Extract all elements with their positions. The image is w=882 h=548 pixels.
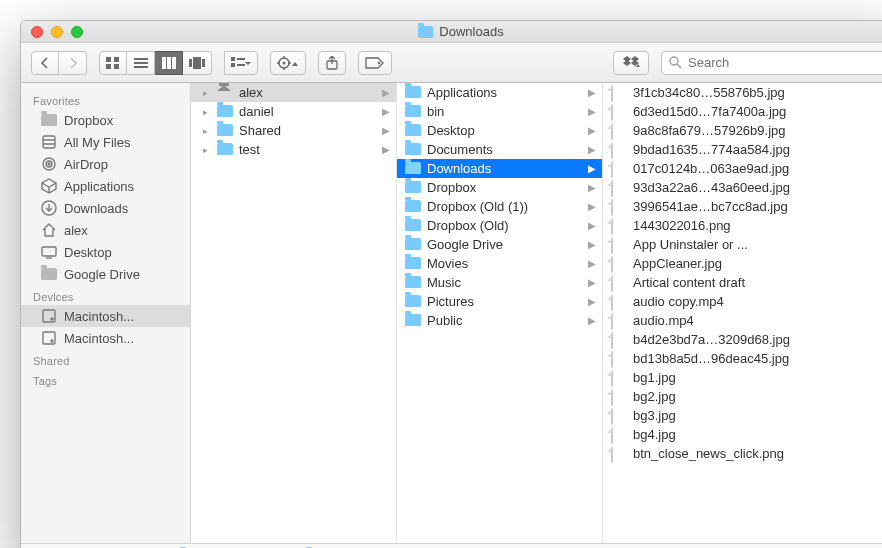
folder-row[interactable]: Public▶ <box>397 311 602 330</box>
file-row[interactable]: 93d3a22a6…43a60eed.jpg <box>603 178 882 197</box>
folder-icon <box>217 143 233 156</box>
file-row[interactable]: audio.mp4 <box>603 311 882 330</box>
file-row[interactable]: 9a8c8fa679…57926b9.jpg <box>603 121 882 140</box>
content: FavoritesDropboxAll My FilesAirDropAppli… <box>21 83 882 543</box>
row-label: App Uninstaler or ... <box>633 237 748 252</box>
sidebar-item[interactable]: Macintosh... <box>21 305 190 327</box>
svg-rect-31 <box>43 136 55 148</box>
file-icon <box>611 162 627 175</box>
folder-row[interactable]: ▸alex▶ <box>191 83 396 102</box>
file-icon <box>611 333 627 346</box>
sidebar-item[interactable]: All My Files <box>21 131 190 153</box>
folder-row[interactable]: Dropbox (Old)▶ <box>397 216 602 235</box>
row-label: 6d3ed15d0…7fa7400a.jpg <box>633 104 786 119</box>
sidebar-item[interactable]: Google Drive <box>21 263 190 285</box>
sidebar: FavoritesDropboxAll My FilesAirDropAppli… <box>21 83 191 543</box>
window-controls <box>21 26 83 38</box>
file-row[interactable]: 017c0124b…063ae9ad.jpg <box>603 159 882 178</box>
sidebar-item[interactable]: Dropbox <box>21 109 190 131</box>
column: ▸alex▶▸daniel▶▸Shared▶▸test▶ <box>191 83 397 543</box>
column-browser: ▸alex▶▸daniel▶▸Shared▶▸test▶Applications… <box>191 83 882 543</box>
file-icon <box>611 105 627 118</box>
file-row[interactable]: bd13b8a5d…96deac45.jpg <box>603 349 882 368</box>
file-row[interactable]: 3996541ae…bc7cc8ad.jpg <box>603 197 882 216</box>
minimize-window-button[interactable] <box>51 26 63 38</box>
row-label: Desktop <box>427 123 475 138</box>
file-row[interactable]: 9bdad1635…774aa584.jpg <box>603 140 882 159</box>
folder-row[interactable]: ▸test▶ <box>191 140 396 159</box>
list-view-button[interactable] <box>127 51 155 75</box>
arrange-button[interactable] <box>224 51 258 75</box>
row-label: Documents <box>427 142 493 157</box>
sidebar-heading: Shared <box>21 349 190 369</box>
sidebar-item[interactable]: Desktop <box>21 241 190 263</box>
dropbox-button[interactable] <box>613 51 649 75</box>
folder-row[interactable]: ▸daniel▶ <box>191 102 396 121</box>
chevron-right-icon: ▶ <box>588 106 596 117</box>
file-row[interactable]: bg4.jpg <box>603 425 882 444</box>
file-row[interactable]: 6d3ed15d0…7fa7400a.jpg <box>603 102 882 121</box>
back-button[interactable] <box>31 51 59 75</box>
folder-icon <box>217 86 233 99</box>
chevron-right-icon: ▶ <box>588 220 596 231</box>
folder-row[interactable]: Dropbox▶ <box>397 178 602 197</box>
file-row[interactable]: App Uninstaler or ... <box>603 235 882 254</box>
search-input[interactable] <box>661 51 882 75</box>
row-label: b4d2e3bd7a…3209d68.jpg <box>633 332 790 347</box>
row-label: Dropbox (Old) <box>427 218 509 233</box>
forward-button[interactable] <box>59 51 87 75</box>
download-icon <box>41 200 57 216</box>
file-icon <box>611 428 627 441</box>
sidebar-item[interactable]: Macintosh... <box>21 327 190 349</box>
svg-point-18 <box>283 61 286 64</box>
sidebar-item[interactable]: AirDrop <box>21 153 190 175</box>
folder-row[interactable]: bin▶ <box>397 102 602 121</box>
file-row[interactable]: bg3.jpg <box>603 406 882 425</box>
folder-row[interactable]: Documents▶ <box>397 140 602 159</box>
column: Applications▶bin▶Desktop▶Documents▶Downl… <box>397 83 603 543</box>
sidebar-item[interactable]: Downloads <box>21 197 190 219</box>
zoom-window-button[interactable] <box>71 26 83 38</box>
folder-row[interactable]: Google Drive▶ <box>397 235 602 254</box>
coverflow-view-button[interactable] <box>183 51 212 75</box>
folder-row[interactable]: Applications▶ <box>397 83 602 102</box>
column-view-button[interactable] <box>155 51 183 75</box>
tags-button[interactable] <box>358 51 392 75</box>
file-row[interactable]: AppCleaner.jpg <box>603 254 882 273</box>
file-icon <box>611 143 627 156</box>
svg-rect-1 <box>114 57 119 62</box>
file-row[interactable]: 1443022016.png <box>603 216 882 235</box>
folder-row[interactable]: Dropbox (Old (1))▶ <box>397 197 602 216</box>
folder-row[interactable]: Music▶ <box>397 273 602 292</box>
column: 3f1cb34c80…55876b5.jpg6d3ed15d0…7fa7400a… <box>603 83 882 543</box>
svg-rect-38 <box>42 247 56 256</box>
file-row[interactable]: Artical content draft <box>603 273 882 292</box>
disclosure-icon: ▸ <box>199 107 211 117</box>
folder-row[interactable]: Movies▶ <box>397 254 602 273</box>
file-row[interactable]: audio copy.mp4 <box>603 292 882 311</box>
row-label: Dropbox (Old (1)) <box>427 199 528 214</box>
chevron-right-icon: ▶ <box>588 87 596 98</box>
file-row[interactable]: b4d2e3bd7a…3209d68.jpg <box>603 330 882 349</box>
sidebar-item[interactable]: Applications <box>21 175 190 197</box>
folder-row[interactable]: Desktop▶ <box>397 121 602 140</box>
icon-view-button[interactable] <box>99 51 127 75</box>
row-label: 9bdad1635…774aa584.jpg <box>633 142 790 157</box>
folder-icon <box>41 112 57 128</box>
svg-rect-2 <box>106 64 111 69</box>
file-row[interactable]: bg1.jpg <box>603 368 882 387</box>
share-button[interactable] <box>318 51 346 75</box>
svg-rect-4 <box>134 58 148 60</box>
file-row[interactable]: btn_close_news_click.png <box>603 444 882 463</box>
close-window-button[interactable] <box>31 26 43 38</box>
file-row[interactable]: bg2.jpg <box>603 387 882 406</box>
file-icon <box>611 409 627 422</box>
svg-rect-15 <box>231 63 235 67</box>
folder-row[interactable]: Downloads▶ <box>397 159 602 178</box>
folder-row[interactable]: ▸Shared▶ <box>191 121 396 140</box>
sidebar-heading: Tags <box>21 369 190 389</box>
file-row[interactable]: 3f1cb34c80…55876b5.jpg <box>603 83 882 102</box>
sidebar-item[interactable]: alex <box>21 219 190 241</box>
folder-row[interactable]: Pictures▶ <box>397 292 602 311</box>
action-button[interactable] <box>270 51 306 75</box>
